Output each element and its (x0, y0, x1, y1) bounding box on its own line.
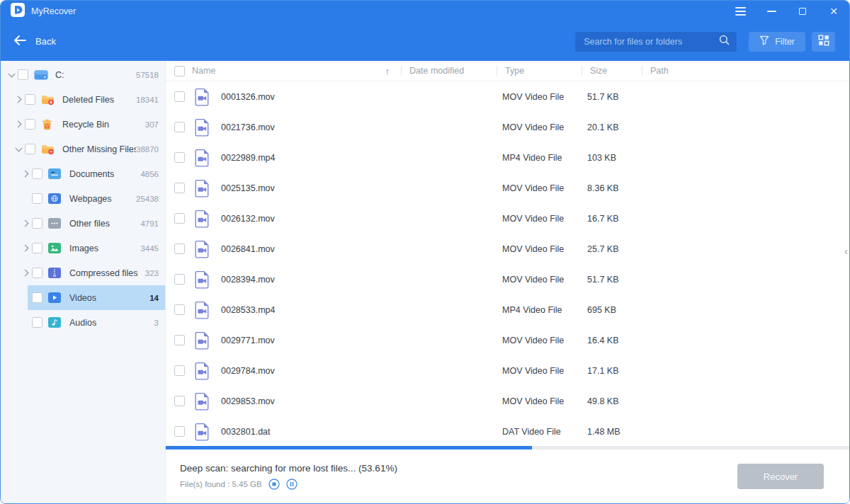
tree-checkbox[interactable] (32, 243, 42, 253)
row-checkbox[interactable] (174, 426, 185, 437)
tree-checkbox[interactable] (32, 292, 42, 303)
back-button[interactable]: Back (13, 35, 56, 47)
tree-checkbox[interactable] (18, 69, 28, 80)
row-checkbox[interactable] (174, 304, 185, 315)
sidebar-item[interactable]: Videos 14 (1, 285, 165, 310)
folder-missing-icon (41, 144, 56, 155)
tree-checkbox[interactable] (25, 94, 35, 105)
table-row[interactable]: 0025135.mov MOV Video File 8.36 KB (166, 173, 849, 203)
table-row[interactable]: 0026132.mov MOV Video File 16.7 KB (166, 203, 849, 234)
filter-label: Filter (775, 37, 795, 47)
tree-chevron-icon[interactable] (13, 122, 23, 127)
sidebar-item[interactable]: Images 3445 (1, 236, 165, 260)
table-row[interactable]: 0029784.mov MOV Video File 17.1 KB (166, 355, 849, 386)
tree-checkbox[interactable] (25, 119, 35, 130)
tree-chevron-icon[interactable] (21, 221, 30, 226)
file-size: 8.36 KB (582, 183, 642, 193)
pause-scan-button[interactable] (286, 479, 298, 490)
column-header-name[interactable]: Name ↑ (190, 61, 401, 81)
row-checkbox[interactable] (174, 274, 185, 285)
table-row[interactable]: 0029771.mov MOV Video File 16.4 KB (166, 325, 849, 355)
sort-ascending-icon[interactable]: ↑ (385, 66, 390, 76)
tree-item-count: 307 (145, 120, 159, 129)
video-file-icon (190, 423, 214, 441)
table-row[interactable]: 0001326.mov MOV Video File 51.7 KB (166, 81, 849, 112)
column-header-path[interactable]: Path (642, 61, 849, 81)
column-header-size[interactable]: Size (582, 61, 642, 81)
folder-deleted-icon (41, 94, 56, 105)
tree-item-label: C: (55, 70, 136, 80)
sidebar-item[interactable]: Recycle Bin 307 (1, 112, 165, 137)
tree-checkbox[interactable] (32, 218, 42, 229)
stop-scan-button[interactable] (268, 479, 280, 490)
recover-button[interactable]: Recover (737, 464, 824, 489)
sidebar-item[interactable]: Other Missing Files 38870 (1, 137, 165, 161)
table-row[interactable]: 0029853.mov MOV Video File 49.8 KB (166, 386, 849, 416)
tree-chevron-icon[interactable] (13, 148, 23, 151)
tree-chevron-icon[interactable] (13, 97, 23, 102)
select-all-checkbox[interactable] (174, 66, 185, 76)
images-icon (48, 243, 63, 253)
table-row[interactable]: 0021736.mov MOV Video File 20.1 KB (166, 112, 849, 142)
row-checkbox[interactable] (174, 335, 185, 345)
tree-chevron-icon[interactable] (21, 246, 30, 251)
table-row[interactable]: 0022989.mp4 MP4 Video File 103 KB (166, 142, 849, 173)
grid-view-icon (818, 35, 829, 48)
row-checkbox[interactable] (174, 122, 185, 132)
sidebar-item[interactable]: Audios 3 (1, 310, 165, 335)
row-checkbox[interactable] (174, 244, 185, 254)
column-header-type[interactable]: Type (497, 61, 582, 81)
sidebar-item[interactable]: Documents 4856 (1, 161, 165, 186)
minimize-button[interactable] (756, 1, 787, 22)
menu-button[interactable] (725, 1, 756, 22)
row-checkbox[interactable] (174, 152, 185, 163)
sidebar-item[interactable]: C: 57518 (1, 62, 165, 87)
sidebar-item[interactable]: Deleted Files 18341 (1, 87, 165, 112)
tree-item-count: 3445 (140, 244, 159, 253)
collapse-panel-chevron-icon[interactable]: ‹ (844, 246, 848, 256)
sidebar-item[interactable]: Webpages 25438 (1, 186, 165, 211)
video-file-icon (190, 118, 214, 137)
file-type: MOV Video File (497, 122, 582, 132)
tree-checkbox[interactable] (32, 268, 42, 278)
maximize-button[interactable] (787, 1, 818, 22)
file-name: 0026132.mov (214, 214, 401, 224)
close-button[interactable]: ✕ (818, 1, 849, 22)
row-checkbox[interactable] (174, 396, 185, 406)
table-row[interactable]: 0028394.mov MOV Video File 51.7 KB (166, 264, 849, 294)
close-icon: ✕ (829, 6, 838, 16)
tree-item-label: Webpages (69, 194, 136, 204)
tree-chevron-icon[interactable] (21, 270, 30, 275)
file-type: MOV Video File (497, 275, 582, 285)
table-row[interactable]: 0026841.mov MOV Video File 25.7 KB (166, 234, 849, 264)
scan-progress-fill (166, 446, 532, 449)
tree-checkbox[interactable] (32, 193, 42, 204)
sidebar-item[interactable]: Other files 4791 (1, 211, 165, 236)
filter-button[interactable]: Filter (749, 32, 805, 52)
tree-checkbox[interactable] (32, 317, 42, 328)
tree-chevron-icon[interactable] (6, 74, 16, 76)
tree-item-count: 323 (145, 269, 159, 277)
tree-item-label: Compressed files (69, 268, 145, 278)
file-type: MOV Video File (497, 214, 582, 224)
table-row[interactable]: 0028533.mp4 MP4 Video File 695 KB (166, 294, 849, 325)
tree-chevron-icon[interactable] (21, 171, 30, 176)
search-input[interactable] (582, 36, 719, 47)
file-name: 0026841.mov (214, 244, 401, 254)
file-size: 16.4 KB (582, 336, 642, 345)
row-checkbox[interactable] (174, 365, 185, 376)
tree-checkbox[interactable] (32, 168, 42, 179)
file-size: 20.1 KB (582, 122, 642, 132)
row-checkbox[interactable] (174, 213, 185, 224)
row-checkbox[interactable] (174, 91, 185, 102)
file-name: 0029771.mov (214, 336, 401, 345)
search-icon[interactable] (719, 35, 730, 48)
view-grid-button[interactable] (812, 32, 835, 52)
tree-checkbox[interactable] (25, 144, 35, 154)
video-file-icon (190, 240, 214, 258)
sidebar-item[interactable]: Compressed files 323 (1, 260, 165, 285)
video-file-icon (190, 149, 214, 167)
row-checkbox[interactable] (174, 183, 185, 193)
table-row[interactable]: 0032801.dat DAT Video File 1.48 MB (166, 416, 849, 446)
column-header-date-modified[interactable]: Date modified (401, 61, 497, 81)
